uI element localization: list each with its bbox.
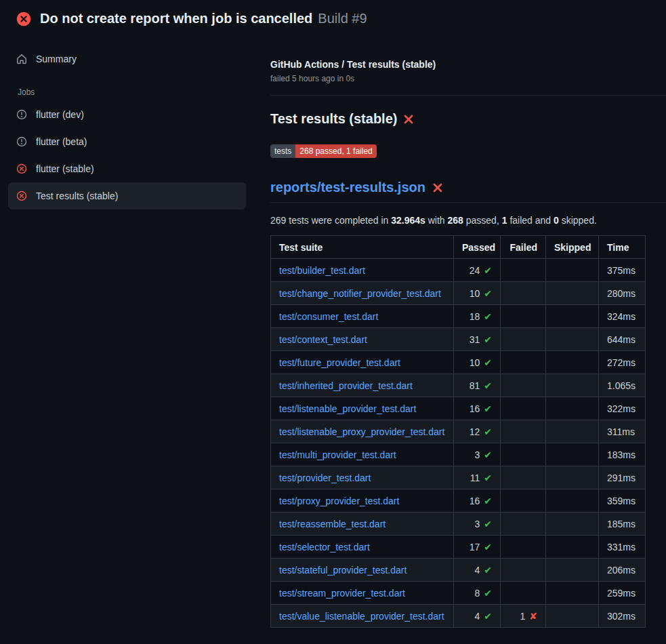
skipped-cell xyxy=(546,328,599,351)
failed-cell xyxy=(501,374,546,397)
suite-cell: test/selector_test.dart xyxy=(271,536,454,559)
table-row: test/reassemble_test.dart3 ✔185ms xyxy=(271,512,646,536)
time-cell: 185ms xyxy=(599,512,646,536)
suite-cell: test/change_notifier_provider_test.dart xyxy=(271,282,454,305)
time-cell: 644ms xyxy=(599,328,646,351)
check-icon: ✔ xyxy=(484,496,492,506)
suite-cell: test/proxy_provider_test.dart xyxy=(271,489,454,512)
skipped-cell xyxy=(546,605,599,628)
check-icon: ✔ xyxy=(484,334,492,345)
skipped-cell xyxy=(546,351,599,374)
suite-link[interactable]: test/reassemble_test.dart xyxy=(279,519,386,529)
passed-cell: 16 ✔ xyxy=(454,397,501,420)
skipped-cell xyxy=(546,305,599,328)
sidebar-item-label: Test results (stable) xyxy=(36,190,118,201)
passed-cell: 81 ✔ xyxy=(454,374,501,397)
time-cell: 206ms xyxy=(599,559,646,582)
run-status-line: failed 5 hours ago in 0s xyxy=(270,74,666,83)
suite-cell: test/context_test.dart xyxy=(271,328,454,351)
passed-cell: 4 ✔ xyxy=(454,605,501,628)
table-row: test/value_listenable_provider_test.dart… xyxy=(271,605,646,628)
summary-text: 269 tests were completed in 32.964s with… xyxy=(270,215,666,226)
failed-cell xyxy=(501,305,546,328)
passed-cell: 10 ✔ xyxy=(454,282,501,305)
skipped-cell xyxy=(546,420,599,443)
red-cross-icon xyxy=(403,114,414,125)
suite-cell: test/builder_test.dart xyxy=(271,259,454,282)
suite-cell: test/value_listenable_provider_test.dart xyxy=(271,605,454,628)
breadcrumb: GitHub Actions / Test results (stable) xyxy=(270,59,666,70)
suite-link[interactable]: test/stateful_provider_test.dart xyxy=(279,565,407,576)
table-header-row: Test suite Passed Failed Skipped Time xyxy=(271,236,646,259)
failed-cell xyxy=(501,559,546,582)
passed-cell: 11 ✔ xyxy=(454,466,501,489)
skipped-cell xyxy=(546,282,599,305)
suite-link[interactable]: test/change_notifier_provider_test.dart xyxy=(279,288,441,299)
passed-cell: 3 ✔ xyxy=(454,443,501,466)
passed-cell: 3 ✔ xyxy=(454,512,501,536)
sidebar-item-label: Summary xyxy=(36,54,77,64)
skipped-cell xyxy=(546,466,599,489)
col-header-failed: Failed xyxy=(501,236,546,259)
sidebar-item-label: flutter (stable) xyxy=(36,163,94,174)
report-file-link[interactable]: reports/test-results.json xyxy=(270,180,425,195)
check-icon: ✔ xyxy=(484,288,492,299)
check-icon: ✔ xyxy=(484,472,492,483)
failed-cell xyxy=(501,536,546,559)
check-icon: ✔ xyxy=(484,588,492,599)
check-icon: ✔ xyxy=(484,403,492,414)
suite-link[interactable]: test/selector_test.dart xyxy=(279,542,370,552)
section-title: Test results (stable) xyxy=(270,111,666,127)
sidebar-item-flutter-stable[interactable]: flutter (stable) xyxy=(8,155,246,182)
suite-link[interactable]: test/stream_provider_test.dart xyxy=(279,588,405,599)
time-cell: 291ms xyxy=(599,466,646,489)
skipped-cell xyxy=(546,374,599,397)
passed-cell: 18 ✔ xyxy=(454,305,501,328)
failed-circle-icon xyxy=(16,163,27,174)
suite-link[interactable]: test/builder_test.dart xyxy=(279,265,365,276)
table-row: test/multi_provider_test.dart3 ✔183ms xyxy=(271,443,646,466)
check-icon: ✔ xyxy=(484,542,492,552)
sidebar-item-flutter-beta[interactable]: flutter (beta) xyxy=(8,128,246,155)
results-table-body: test/builder_test.dart24 ✔375mstest/chan… xyxy=(271,259,646,628)
suite-link[interactable]: test/provider_test.dart xyxy=(279,472,371,483)
suite-link[interactable]: test/future_provider_test.dart xyxy=(279,357,400,368)
suite-link[interactable]: test/context_test.dart xyxy=(279,334,367,345)
sidebar-item-test-results-stable[interactable]: Test results (stable) xyxy=(8,182,246,209)
suite-cell: test/listenable_provider_test.dart xyxy=(271,397,454,420)
suite-link[interactable]: test/multi_provider_test.dart xyxy=(279,449,396,460)
table-row: test/consumer_test.dart18 ✔324ms xyxy=(271,305,646,328)
failed-cell xyxy=(501,282,546,305)
sidebar-item-flutter-dev[interactable]: flutter (dev) xyxy=(8,101,246,128)
suite-link[interactable]: test/listenable_proxy_provider_test.dart xyxy=(279,426,444,437)
col-header-time: Time xyxy=(599,236,646,259)
table-row: test/builder_test.dart24 ✔375ms xyxy=(271,259,646,282)
suite-link[interactable]: test/listenable_provider_test.dart xyxy=(279,403,416,414)
suite-link[interactable]: test/inherited_provider_test.dart xyxy=(279,380,413,391)
failed-cell xyxy=(501,259,546,282)
suite-link[interactable]: test/consumer_test.dart xyxy=(279,311,378,322)
divider xyxy=(270,95,666,96)
time-cell: 311ms xyxy=(599,420,646,443)
neutral-circle-icon xyxy=(16,109,27,120)
suite-link[interactable]: test/proxy_provider_test.dart xyxy=(279,496,399,506)
table-row: test/context_test.dart31 ✔644ms xyxy=(271,328,646,351)
failed-cell xyxy=(501,328,546,351)
test-results-table: Test suite Passed Failed Skipped Time te… xyxy=(270,235,646,628)
suite-link[interactable]: test/value_listenable_provider_test.dart xyxy=(279,611,444,622)
time-cell: 322ms xyxy=(599,397,646,420)
report-heading: reports/test-results.json xyxy=(270,180,666,203)
check-icon: ✔ xyxy=(484,311,492,322)
badge-label: tests xyxy=(270,144,295,158)
suite-cell: test/listenable_proxy_provider_test.dart xyxy=(271,420,454,443)
table-row: test/listenable_provider_test.dart16 ✔32… xyxy=(271,397,646,420)
page-title: Do not create report when job is cancell… xyxy=(40,11,312,26)
skipped-cell xyxy=(546,582,599,605)
jobs-section-label: Jobs xyxy=(8,73,246,101)
table-row: test/proxy_provider_test.dart16 ✔359ms xyxy=(271,489,646,512)
sidebar-item-summary[interactable]: Summary xyxy=(8,45,246,73)
section-title-text: Test results (stable) xyxy=(270,111,397,127)
suite-cell: test/reassemble_test.dart xyxy=(271,512,454,536)
check-icon: ✔ xyxy=(484,519,492,529)
badge-value: 268 passed, 1 failed xyxy=(295,144,376,158)
